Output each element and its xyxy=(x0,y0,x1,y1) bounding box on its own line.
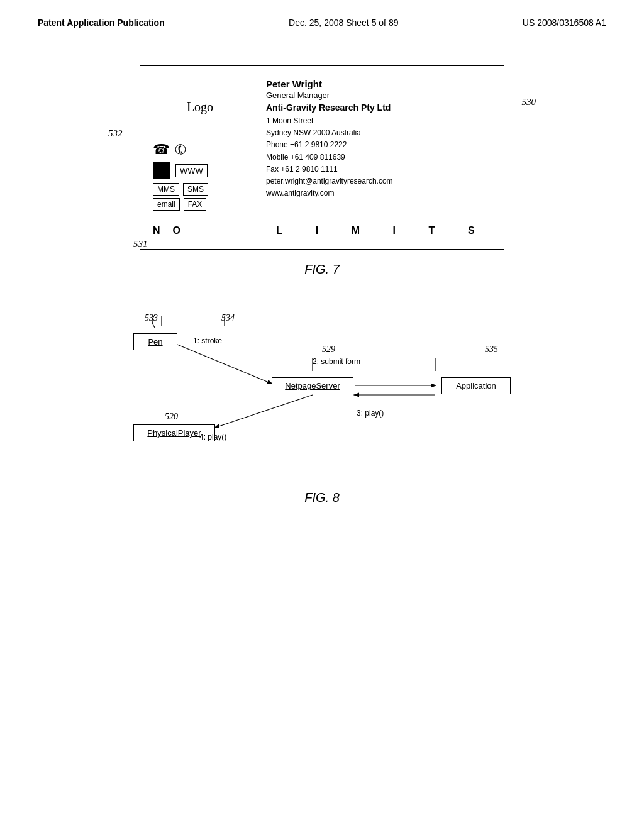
business-card: Logo ☎ ✆ WWW MMS SMS xyxy=(140,65,504,250)
fig8-caption: FIG. 8 xyxy=(38,490,606,505)
nav-left: N O xyxy=(153,225,260,236)
label-535: 535 xyxy=(485,345,498,355)
fig8-wrapper: 533 534 529 535 520 Pen NetpageServer Ap… xyxy=(127,302,517,478)
step2-label: 2: submit form xyxy=(313,357,360,366)
netpage-box: NetpageServer xyxy=(272,377,353,394)
contact-name: Peter Wright xyxy=(266,79,491,89)
phone: Phone +61 2 9810 2222 xyxy=(266,139,491,151)
phone-icon: ☎ xyxy=(153,141,170,158)
nav-l: L xyxy=(276,225,282,236)
mobile: Mobile +61 409 811639 xyxy=(266,152,491,163)
fig8-diagram: 533 534 529 535 520 Pen NetpageServer Ap… xyxy=(38,302,606,478)
sms-button: SMS xyxy=(183,183,208,196)
card-top: Logo ☎ ✆ WWW MMS SMS xyxy=(153,79,491,213)
nav-i1: I xyxy=(316,225,318,236)
label-534: 534 xyxy=(221,313,235,323)
application-label: Application xyxy=(456,381,496,390)
address1: 1 Moon Street xyxy=(266,115,491,127)
card-bottom: N O L I M I T S xyxy=(153,221,491,236)
black-square xyxy=(153,162,170,179)
nav-n: N xyxy=(153,225,160,236)
header-left: Patent Application Publication xyxy=(38,18,165,28)
contact-company: Anti-Gravity Research Pty Ltd xyxy=(266,102,491,113)
header-center: Dec. 25, 2008 Sheet 5 of 89 xyxy=(289,18,398,28)
fig7-diagram: 532 Logo ☎ ✆ WWW xyxy=(38,65,606,250)
mms-button: MMS xyxy=(153,183,179,196)
logo-box: Logo xyxy=(153,79,247,135)
www-button: WWW xyxy=(175,164,208,177)
nav-t: T xyxy=(429,225,435,236)
nav-right: L I M I T S xyxy=(260,225,491,236)
svg-line-0 xyxy=(177,345,272,384)
email-button: email xyxy=(153,198,180,211)
page-content: 532 Logo ☎ ✆ WWW xyxy=(0,34,644,543)
page-header: Patent Application Publication Dec. 25, … xyxy=(0,0,644,34)
card-left: Logo ☎ ✆ WWW MMS SMS xyxy=(153,79,253,213)
netpage-label: NetpageServer xyxy=(285,381,340,390)
contact-title: General Manager xyxy=(266,91,491,100)
step4-label: 4: play() xyxy=(199,433,226,441)
fig7-caption: FIG. 7 xyxy=(38,262,606,277)
header-right: US 2008/0316508 A1 xyxy=(523,18,606,28)
svg-line-3 xyxy=(215,395,313,428)
label-520: 520 xyxy=(165,412,178,422)
buttons-row1: MMS SMS xyxy=(153,183,253,196)
email: peter.wright@antigravityresearch.com xyxy=(266,175,491,187)
label-529: 529 xyxy=(322,345,335,355)
application-box: Application xyxy=(441,377,511,394)
label-533: 533 xyxy=(145,313,158,323)
handset-icon: ✆ xyxy=(172,140,190,160)
fig7-wrapper: 532 Logo ☎ ✆ WWW xyxy=(140,65,504,250)
fax: Fax +61 2 9810 1111 xyxy=(266,163,491,175)
logo-text: Logo xyxy=(187,100,213,114)
step1-label: 1: stroke xyxy=(193,336,222,345)
pen-label: Pen xyxy=(148,337,162,346)
website: www.antigravity.com xyxy=(266,187,491,199)
step3-label: 3: play() xyxy=(357,409,384,418)
physical-label: PhysicalPlayer xyxy=(147,428,201,438)
nav-m: M xyxy=(352,225,360,236)
fax-button: FAX xyxy=(184,198,207,211)
nav-o: O xyxy=(173,225,180,236)
contact-details: 1 Moon Street Sydney NSW 2000 Australia … xyxy=(266,115,491,199)
label-531: 531 xyxy=(133,239,148,250)
nav-s: S xyxy=(468,225,475,236)
icons-row2: WWW xyxy=(153,162,253,179)
address2: Sydney NSW 2000 Australia xyxy=(266,127,491,139)
label-530: 530 xyxy=(522,97,536,108)
buttons-row2: email FAX xyxy=(153,198,253,211)
pen-box: Pen xyxy=(133,333,177,350)
card-right: Peter Wright General Manager Anti-Gravit… xyxy=(266,79,491,213)
icons-row: ☎ ✆ xyxy=(153,141,253,158)
nav-i2: I xyxy=(393,225,396,236)
label-532: 532 xyxy=(108,128,123,139)
